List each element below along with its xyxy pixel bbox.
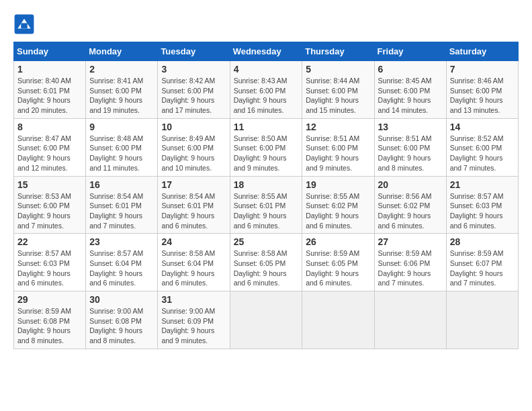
day-info: Sunrise: 8:54 AM Sunset: 6:01 PM Dayligh… [161, 191, 226, 231]
day-info: Sunrise: 8:51 AM Sunset: 6:00 PM Dayligh… [378, 134, 443, 173]
day-number: 29 [17, 294, 82, 305]
day-number: 2 [89, 64, 154, 75]
calendar-cell: 19 Sunrise: 8:55 AM Sunset: 6:02 PM Dayl… [302, 176, 374, 234]
day-info: Sunrise: 8:59 AM Sunset: 6:08 PM Dayligh… [17, 306, 82, 346]
weekday-header: Wednesday [230, 42, 302, 61]
day-number: 5 [306, 64, 370, 75]
calendar-cell: 5 Sunrise: 8:44 AM Sunset: 6:00 PM Dayli… [302, 61, 374, 119]
day-info: Sunrise: 8:54 AM Sunset: 6:01 PM Dayligh… [89, 191, 154, 231]
day-info: Sunrise: 8:47 AM Sunset: 6:00 PM Dayligh… [17, 134, 82, 173]
day-info: Sunrise: 8:41 AM Sunset: 6:00 PM Dayligh… [89, 76, 154, 116]
calendar-cell [230, 291, 302, 349]
calendar-cell: 24 Sunrise: 8:58 AM Sunset: 6:04 PM Dayl… [158, 234, 230, 291]
calendar-cell: 14 Sunrise: 8:52 AM Sunset: 6:00 PM Dayl… [446, 118, 518, 176]
day-number: 30 [89, 294, 154, 305]
calendar-cell: 17 Sunrise: 8:54 AM Sunset: 6:01 PM Dayl… [158, 176, 230, 234]
day-number: 16 [89, 179, 154, 190]
day-number: 1 [17, 64, 82, 75]
day-info: Sunrise: 8:43 AM Sunset: 6:00 PM Dayligh… [234, 76, 299, 116]
calendar-cell: 10 Sunrise: 8:49 AM Sunset: 6:00 PM Dayl… [158, 118, 230, 176]
day-number: 31 [161, 294, 226, 305]
day-info: Sunrise: 8:42 AM Sunset: 6:00 PM Dayligh… [161, 76, 226, 116]
calendar-cell: 22 Sunrise: 8:57 AM Sunset: 6:03 PM Dayl… [14, 234, 86, 291]
day-info: Sunrise: 8:45 AM Sunset: 6:00 PM Dayligh… [378, 76, 443, 116]
day-number: 24 [161, 236, 226, 247]
day-number: 17 [161, 179, 226, 190]
page-header [13, 13, 519, 35]
calendar-cell: 28 Sunrise: 8:59 AM Sunset: 6:07 PM Dayl… [446, 234, 518, 291]
calendar-cell: 20 Sunrise: 8:56 AM Sunset: 6:02 PM Dayl… [374, 176, 446, 234]
calendar-cell: 9 Sunrise: 8:48 AM Sunset: 6:00 PM Dayli… [86, 118, 158, 176]
logo [13, 13, 38, 35]
day-number: 14 [450, 122, 515, 132]
calendar-cell: 31 Sunrise: 9:00 AM Sunset: 6:09 PM Dayl… [158, 291, 230, 349]
weekday-row: SundayMondayTuesdayWednesdayThursdayFrid… [14, 42, 519, 61]
calendar-week-row: 1 Sunrise: 8:40 AM Sunset: 6:01 PM Dayli… [14, 61, 519, 119]
weekday-header: Tuesday [158, 42, 230, 61]
day-info: Sunrise: 8:53 AM Sunset: 6:00 PM Dayligh… [17, 191, 82, 231]
day-number: 27 [378, 236, 443, 247]
calendar-week-row: 29 Sunrise: 8:59 AM Sunset: 6:08 PM Dayl… [14, 291, 519, 349]
day-number: 7 [450, 64, 515, 75]
day-info: Sunrise: 9:00 AM Sunset: 6:08 PM Dayligh… [89, 306, 154, 346]
calendar-cell [302, 291, 374, 349]
calendar-week-row: 8 Sunrise: 8:47 AM Sunset: 6:00 PM Dayli… [14, 118, 519, 176]
day-info: Sunrise: 8:50 AM Sunset: 6:00 PM Dayligh… [234, 134, 299, 173]
day-number: 8 [17, 122, 82, 132]
day-info: Sunrise: 8:59 AM Sunset: 6:07 PM Dayligh… [450, 248, 515, 288]
calendar-cell: 2 Sunrise: 8:41 AM Sunset: 6:00 PM Dayli… [86, 61, 158, 119]
day-info: Sunrise: 9:00 AM Sunset: 6:09 PM Dayligh… [161, 306, 226, 346]
day-number: 23 [89, 236, 154, 247]
day-number: 4 [234, 64, 299, 75]
day-number: 25 [234, 236, 299, 247]
calendar-cell: 21 Sunrise: 8:57 AM Sunset: 6:03 PM Dayl… [446, 176, 518, 234]
calendar-cell: 15 Sunrise: 8:53 AM Sunset: 6:00 PM Dayl… [14, 176, 86, 234]
calendar-cell: 11 Sunrise: 8:50 AM Sunset: 6:00 PM Dayl… [230, 118, 302, 176]
calendar-cell: 7 Sunrise: 8:46 AM Sunset: 6:00 PM Dayli… [446, 61, 518, 119]
day-info: Sunrise: 8:57 AM Sunset: 6:03 PM Dayligh… [17, 248, 82, 288]
weekday-header: Thursday [302, 42, 374, 61]
calendar-cell: 6 Sunrise: 8:45 AM Sunset: 6:00 PM Dayli… [374, 61, 446, 119]
calendar-cell: 4 Sunrise: 8:43 AM Sunset: 6:00 PM Dayli… [230, 61, 302, 119]
day-info: Sunrise: 8:52 AM Sunset: 6:00 PM Dayligh… [450, 134, 515, 173]
calendar-cell: 13 Sunrise: 8:51 AM Sunset: 6:00 PM Dayl… [374, 118, 446, 176]
weekday-header: Monday [86, 42, 158, 61]
calendar-cell [374, 291, 446, 349]
day-number: 22 [17, 236, 82, 247]
calendar-week-row: 15 Sunrise: 8:53 AM Sunset: 6:00 PM Dayl… [14, 176, 519, 234]
day-info: Sunrise: 8:48 AM Sunset: 6:00 PM Dayligh… [89, 134, 154, 173]
calendar-cell: 3 Sunrise: 8:42 AM Sunset: 6:00 PM Dayli… [158, 61, 230, 119]
calendar-cell: 12 Sunrise: 8:51 AM Sunset: 6:00 PM Dayl… [302, 118, 374, 176]
weekday-header: Friday [374, 42, 446, 61]
day-number: 9 [89, 122, 154, 132]
day-number: 10 [161, 122, 226, 132]
day-number: 26 [306, 236, 370, 247]
day-info: Sunrise: 8:49 AM Sunset: 6:00 PM Dayligh… [161, 134, 226, 173]
day-number: 11 [234, 122, 299, 132]
calendar-week-row: 22 Sunrise: 8:57 AM Sunset: 6:03 PM Dayl… [14, 234, 519, 291]
calendar-cell: 29 Sunrise: 8:59 AM Sunset: 6:08 PM Dayl… [14, 291, 86, 349]
day-info: Sunrise: 8:59 AM Sunset: 6:06 PM Dayligh… [378, 248, 443, 288]
calendar-cell: 23 Sunrise: 8:57 AM Sunset: 6:04 PM Dayl… [86, 234, 158, 291]
day-info: Sunrise: 8:59 AM Sunset: 6:05 PM Dayligh… [306, 248, 370, 288]
day-info: Sunrise: 8:55 AM Sunset: 6:02 PM Dayligh… [306, 191, 370, 231]
day-number: 19 [306, 179, 370, 190]
day-number: 13 [378, 122, 443, 132]
day-number: 12 [306, 122, 370, 132]
calendar-cell: 25 Sunrise: 8:58 AM Sunset: 6:05 PM Dayl… [230, 234, 302, 291]
svg-rect-2 [21, 23, 28, 28]
logo-icon [13, 13, 35, 35]
day-number: 18 [234, 179, 299, 190]
calendar-body: 1 Sunrise: 8:40 AM Sunset: 6:01 PM Dayli… [14, 61, 519, 349]
calendar-cell: 27 Sunrise: 8:59 AM Sunset: 6:06 PM Dayl… [374, 234, 446, 291]
weekday-header: Saturday [446, 42, 518, 61]
day-number: 21 [450, 179, 515, 190]
day-info: Sunrise: 8:44 AM Sunset: 6:00 PM Dayligh… [306, 76, 370, 116]
day-number: 28 [450, 236, 515, 247]
calendar-cell [446, 291, 518, 349]
day-number: 3 [161, 64, 226, 75]
day-number: 20 [378, 179, 443, 190]
day-number: 15 [17, 179, 82, 190]
calendar-table: SundayMondayTuesdayWednesdayThursdayFrid… [13, 42, 519, 349]
calendar-cell: 1 Sunrise: 8:40 AM Sunset: 6:01 PM Dayli… [14, 61, 86, 119]
